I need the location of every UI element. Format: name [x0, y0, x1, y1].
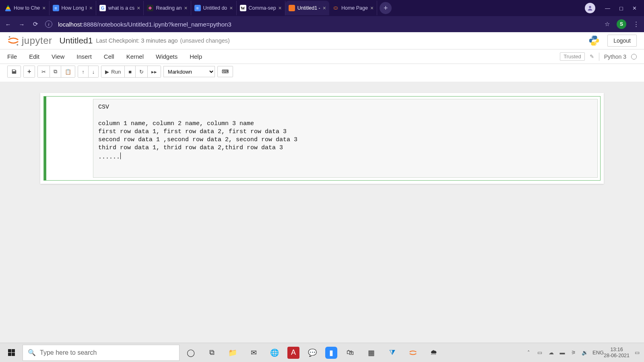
edit-mode-icon: ✎	[590, 53, 594, 60]
notebook-area: CSV column 1 name, column 2 name, column…	[0, 82, 644, 195]
task-view-icon[interactable]: ⧉	[204, 345, 220, 361]
toolbar: + ✂ ⧉ 📋 ↑ ↓ ▶Run ■ ↻ ▸▸ CodeMarkdownRaw …	[0, 64, 644, 82]
menu-view[interactable]: View	[52, 53, 64, 60]
command-palette-button[interactable]: ⌨	[217, 66, 233, 77]
bookmark-star-icon[interactable]: ☆	[603, 21, 611, 28]
tab-close-icon[interactable]: ×	[279, 5, 282, 11]
menu-file[interactable]: File	[7, 53, 17, 60]
profile-avatar[interactable]: S	[617, 19, 626, 29]
run-button[interactable]: ▶Run	[101, 66, 125, 77]
copy-button[interactable]: ⧉	[50, 66, 61, 77]
cortana-icon[interactable]: ◯	[183, 345, 199, 361]
back-button[interactable]: ←	[4, 21, 12, 28]
jupyter-logo-text: jupyter	[22, 35, 52, 46]
trusted-indicator[interactable]: Trusted	[560, 52, 585, 61]
onedrive-icon[interactable]: ☁	[547, 350, 555, 356]
tab-title: Comma-sep	[249, 5, 276, 11]
tab-close-icon[interactable]: ×	[370, 5, 374, 11]
menu-kernel[interactable]: Kernel	[126, 53, 144, 60]
chrome-icon[interactable]: 🌐	[266, 345, 283, 361]
logout-button[interactable]: Logout	[607, 35, 637, 47]
add-cell-button[interactable]: +	[24, 66, 35, 77]
jupyter-taskbar-icon[interactable]	[405, 345, 421, 361]
taskbar-clock[interactable]: 13:16 28-06-2021	[604, 347, 630, 359]
new-tab-button[interactable]: +	[380, 2, 392, 14]
tab-close-icon[interactable]: ×	[323, 5, 326, 11]
browser-nav-row: ← → ⟳ i localhost:8888/notebooks/Untitle…	[0, 16, 644, 32]
site-info-icon[interactable]: i	[45, 21, 52, 28]
tray-expand-icon[interactable]: ˄	[525, 350, 532, 356]
weather-icon[interactable]: 🌧	[426, 345, 442, 361]
paste-icon: 📋	[65, 69, 71, 75]
scissors-icon: ✂	[41, 69, 46, 75]
tab-title: Untitled do	[203, 5, 227, 11]
browser-tab[interactable]: Untitled1 - ×	[285, 1, 329, 15]
save-button[interactable]	[8, 66, 21, 77]
browser-tab[interactable]: ≡How Long I×	[50, 1, 96, 15]
meet-now-icon[interactable]: ▭	[536, 350, 543, 356]
browser-menu-icon[interactable]: ⋮	[632, 21, 640, 28]
browser-tab[interactable]: ≡Untitled do×	[191, 1, 237, 15]
svg-point-4	[595, 44, 596, 45]
interrupt-button[interactable]: ■	[125, 66, 136, 77]
fast-forward-icon: ▸▸	[151, 69, 157, 75]
minimize-button[interactable]: —	[605, 5, 610, 11]
tab-close-icon[interactable]: ×	[89, 5, 93, 11]
wifi-icon[interactable]: ⚞	[570, 350, 577, 356]
whatsapp-icon[interactable]: 💬	[304, 345, 320, 361]
restart-button[interactable]: ↻	[136, 66, 148, 77]
vscode-icon[interactable]: ⧩	[384, 345, 400, 361]
forward-button[interactable]: →	[18, 21, 26, 28]
browser-tab[interactable]: WComma-sep×	[237, 1, 285, 15]
tab-close-icon[interactable]: ×	[229, 5, 233, 11]
tab-title: How to Che	[14, 5, 40, 11]
taskbar-search[interactable]: 🔍 Type here to search	[23, 345, 180, 361]
paste-button[interactable]: 📋	[61, 66, 75, 77]
zoom-icon[interactable]: ▮	[325, 347, 337, 359]
battery-icon[interactable]: ▬	[559, 350, 566, 356]
volume-icon[interactable]: 🔉	[581, 350, 588, 356]
move-up-button[interactable]: ↑	[78, 66, 89, 77]
browser-tab[interactable]: Gwhat is a cs×	[96, 1, 144, 15]
arrow-up-icon: ↑	[82, 69, 85, 75]
notebook-title[interactable]: Untitled1	[60, 36, 93, 45]
app-icon[interactable]: ▦	[363, 345, 379, 361]
search-icon: 🔍	[28, 349, 36, 356]
kernel-name[interactable]: Python 3	[604, 53, 626, 60]
menu-insert[interactable]: Insert	[76, 53, 92, 60]
mail-icon[interactable]: ✉	[246, 345, 262, 361]
tab-close-icon[interactable]: ×	[137, 5, 140, 11]
move-down-button[interactable]: ↓	[89, 66, 99, 77]
acrobat-icon[interactable]: A	[287, 347, 299, 359]
jupyter-logo[interactable]: jupyter	[7, 35, 52, 47]
checkpoint-status: Last Checkpoint: 3 minutes ago	[96, 37, 178, 44]
markdown-cell[interactable]: CSV column 1 name, column 2 name, column…	[43, 96, 601, 181]
tab-close-icon[interactable]: ×	[42, 5, 45, 11]
cell-editor[interactable]: CSV column 1 name, column 2 name, column…	[93, 99, 598, 178]
cut-button[interactable]: ✂	[38, 66, 50, 77]
browser-tab[interactable]: ❖Reading an×	[144, 1, 191, 15]
notifications-icon[interactable]: ▭	[634, 350, 641, 356]
menu-help[interactable]: Help	[190, 53, 202, 60]
tab-close-icon[interactable]: ×	[184, 5, 187, 11]
browser-tab[interactable]: How to Che×	[2, 1, 50, 15]
restart-run-all-button[interactable]: ▸▸	[148, 66, 161, 77]
close-window-button[interactable]: ✕	[632, 5, 637, 11]
ms-store-icon[interactable]: 🛍	[342, 345, 358, 361]
restart-icon: ↻	[139, 69, 144, 75]
language-indicator[interactable]: ENG	[592, 350, 600, 356]
save-icon	[11, 69, 17, 74]
menu-widgets[interactable]: Widgets	[156, 53, 178, 60]
url-bar[interactable]: localhost:8888/notebooks/Untitled1.ipynb…	[58, 21, 231, 28]
menu-edit[interactable]: Edit	[29, 53, 39, 60]
cell-type-select[interactable]: CodeMarkdownRaw NBConvertHeading	[163, 66, 215, 77]
tab-title: How Long I	[62, 5, 87, 11]
reload-button[interactable]: ⟳	[31, 21, 39, 28]
tab-strip-profile-icon[interactable]	[585, 3, 595, 13]
browser-tab[interactable]: Home Page×	[329, 1, 377, 15]
file-explorer-icon[interactable]: 📁	[225, 345, 241, 361]
menu-cell[interactable]: Cell	[104, 53, 114, 60]
start-button[interactable]	[3, 345, 19, 361]
maximize-button[interactable]: ◻	[619, 5, 623, 11]
keyboard-icon: ⌨	[222, 69, 229, 74]
